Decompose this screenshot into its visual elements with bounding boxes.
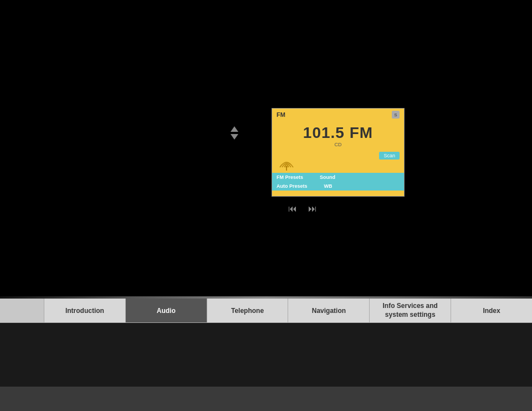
tab-telephone[interactable]: Telephone xyxy=(207,299,289,322)
fm-menu-item-auto-presets[interactable]: Auto Presets xyxy=(277,183,308,189)
fm-menu-item-presets[interactable]: FM Presets xyxy=(277,174,303,180)
tab-introduction[interactable]: Introduction xyxy=(44,299,126,322)
fm-header: FM S xyxy=(272,109,404,121)
fm-label: FM xyxy=(277,111,285,118)
radio-tower-icon xyxy=(277,152,296,172)
fm-menu-bar-2: Auto Presets WB xyxy=(272,182,404,191)
main-content: FM S 101.5 FM CD Scan FM Presets xyxy=(0,0,532,299)
svg-point-1 xyxy=(285,166,288,168)
playback-controls: ⏮ ⏭ xyxy=(288,204,317,214)
arrow-down-icon[interactable] xyxy=(231,134,238,140)
tab-index[interactable]: Index xyxy=(451,299,532,322)
tab-navigation[interactable]: Navigation xyxy=(288,299,370,322)
fm-menu-bar: FM Presets Sound xyxy=(272,173,404,182)
nav-arrows xyxy=(231,126,238,140)
fm-frequency-text: 101.5 FM xyxy=(272,124,404,142)
fm-menu-item-sound[interactable]: Sound xyxy=(320,174,335,180)
fm-menu-item-wb[interactable]: WB xyxy=(324,183,332,189)
fm-s-button[interactable]: S xyxy=(392,111,400,119)
arrow-up-icon[interactable] xyxy=(231,126,238,132)
tab-audio[interactable]: Audio xyxy=(126,299,207,322)
next-button[interactable]: ⏭ xyxy=(308,204,317,214)
fm-frequency-area: 101.5 FM CD xyxy=(272,121,404,151)
tabs-area: Introduction Audio Telephone Navigation … xyxy=(0,299,532,411)
fm-radio-icon-area: Scan xyxy=(272,151,404,173)
prev-button[interactable]: ⏮ xyxy=(288,204,297,214)
tab-info-services[interactable]: Info Services andsystem settings xyxy=(370,299,451,322)
fm-display: FM S 101.5 FM CD Scan FM Presets xyxy=(272,108,405,197)
fm-scan-button[interactable]: Scan xyxy=(379,152,400,160)
tab-blank[interactable] xyxy=(0,299,44,322)
tabs-row: Introduction Audio Telephone Navigation … xyxy=(0,299,532,323)
fm-cd-indicator: CD xyxy=(272,142,404,150)
tab-content xyxy=(0,323,532,387)
bottom-bar xyxy=(0,387,532,411)
